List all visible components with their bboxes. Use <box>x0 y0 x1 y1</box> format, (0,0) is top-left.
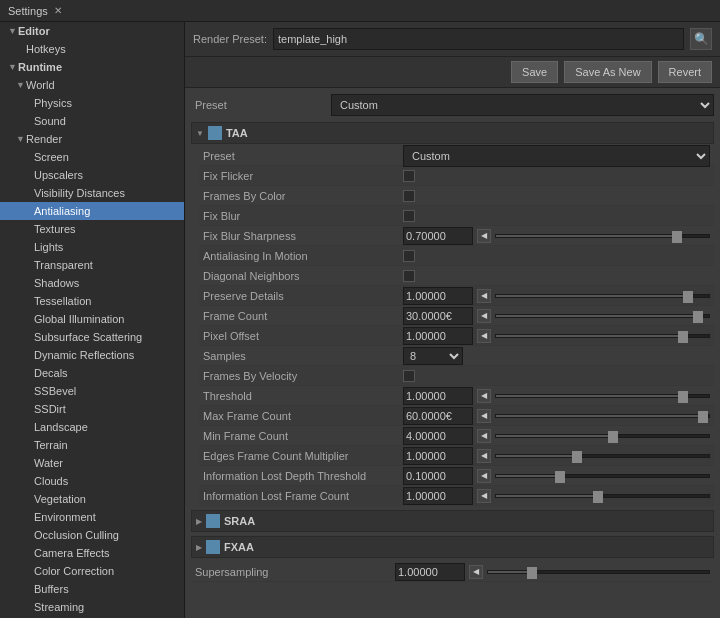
taa-setting-row-16: Information Lost Depth Threshold◀ <box>199 466 714 486</box>
taa-num-input-4[interactable] <box>403 227 473 245</box>
sidebar-item-upscalers[interactable]: Upscalers <box>0 166 184 184</box>
sidebar-item-render[interactable]: ▼Render <box>0 130 184 148</box>
sidebar-item-terrain[interactable]: Terrain <box>0 436 184 454</box>
search-button[interactable]: 🔍 <box>690 28 712 50</box>
sidebar-item-environment[interactable]: Environment <box>0 508 184 526</box>
taa-slider-7[interactable] <box>495 289 710 303</box>
taa-num-input-9[interactable] <box>403 327 473 345</box>
sidebar-item-transparent[interactable]: Transparent <box>0 256 184 274</box>
taa-arrow-btn-9[interactable]: ◀ <box>477 329 491 343</box>
taa-num-input-16[interactable] <box>403 467 473 485</box>
sraa-header[interactable]: ▶ SRAA <box>191 510 714 532</box>
sidebar-item-screen[interactable]: Screen <box>0 148 184 166</box>
taa-setting-name-7: Preserve Details <box>203 290 403 302</box>
sidebar-item-sound[interactable]: Sound <box>0 112 184 130</box>
save-button[interactable]: Save <box>511 61 558 83</box>
sidebar-label-water: Water <box>34 457 63 469</box>
sidebar-label-streaming: Streaming <box>34 601 84 613</box>
taa-dropdown-0[interactable]: Custom <box>403 145 710 167</box>
taa-setting-row-17: Information Lost Frame Count◀ <box>199 486 714 506</box>
taa-slider-17[interactable] <box>495 489 710 503</box>
taa-slider-13[interactable] <box>495 409 710 423</box>
sidebar-arrow-editor: ▼ <box>8 26 18 36</box>
taa-arrow-btn-7[interactable]: ◀ <box>477 289 491 303</box>
taa-num-input-17[interactable] <box>403 487 473 505</box>
sidebar-label-visibility-distances: Visibility Distances <box>34 187 125 199</box>
taa-setting-name-0: Preset <box>203 150 403 162</box>
sidebar-item-ssbevel[interactable]: SSBevel <box>0 382 184 400</box>
taa-setting-name-10: Samples <box>203 350 403 362</box>
sidebar-item-hotkeys[interactable]: Hotkeys <box>0 40 184 58</box>
sidebar-item-editor[interactable]: ▼Editor <box>0 22 184 40</box>
taa-arrow-btn-12[interactable]: ◀ <box>477 389 491 403</box>
taa-arrow-btn-17[interactable]: ◀ <box>477 489 491 503</box>
taa-arrow-btn-13[interactable]: ◀ <box>477 409 491 423</box>
taa-checkbox-11[interactable] <box>403 370 415 382</box>
taa-slider-15[interactable] <box>495 449 710 463</box>
sidebar-item-decals[interactable]: Decals <box>0 364 184 382</box>
sidebar-label-transparent: Transparent <box>34 259 93 271</box>
sidebar-item-tessellation[interactable]: Tessellation <box>0 292 184 310</box>
taa-num-input-14[interactable] <box>403 427 473 445</box>
sidebar-item-clouds[interactable]: Clouds <box>0 472 184 490</box>
taa-num-input-12[interactable] <box>403 387 473 405</box>
taa-slider-9[interactable] <box>495 329 710 343</box>
sidebar-item-buffers[interactable]: Buffers <box>0 580 184 598</box>
taa-slider-8[interactable] <box>495 309 710 323</box>
taa-num-input-15[interactable] <box>403 447 473 465</box>
title-bar-close[interactable]: ✕ <box>54 5 62 16</box>
taa-arrow-btn-14[interactable]: ◀ <box>477 429 491 443</box>
taa-num-input-13[interactable] <box>403 407 473 425</box>
sidebar-item-streaming[interactable]: Streaming <box>0 598 184 616</box>
sidebar-item-landscape[interactable]: Landscape <box>0 418 184 436</box>
sidebar-item-camera-effects[interactable]: Camera Effects <box>0 544 184 562</box>
sidebar-item-global-illumination[interactable]: Global Illumination <box>0 310 184 328</box>
taa-slider-12[interactable] <box>495 389 710 403</box>
save-as-new-button[interactable]: Save As New <box>564 61 651 83</box>
supersampling-arrow-btn[interactable]: ◀ <box>469 565 483 579</box>
supersampling-input[interactable] <box>395 563 465 581</box>
fxaa-arrow: ▶ <box>196 543 202 552</box>
taa-checkbox-2[interactable] <box>403 190 415 202</box>
taa-slider-4[interactable] <box>495 229 710 243</box>
render-preset-input[interactable] <box>273 28 684 50</box>
taa-checkbox-5[interactable] <box>403 250 415 262</box>
sidebar-item-shadows[interactable]: Shadows <box>0 274 184 292</box>
sidebar-item-visibility-distances[interactable]: Visibility Distances <box>0 184 184 202</box>
sidebar-label-environment: Environment <box>34 511 96 523</box>
sidebar-item-ssdirt[interactable]: SSDirt <box>0 400 184 418</box>
taa-arrow-btn-8[interactable]: ◀ <box>477 309 491 323</box>
sidebar-item-physics[interactable]: Physics <box>0 94 184 112</box>
taa-setting-value-10: 8 <box>403 347 710 365</box>
sidebar-item-antialiasing[interactable]: Antialiasing <box>0 202 184 220</box>
taa-slider-14[interactable] <box>495 429 710 443</box>
sidebar-item-occlusion-culling[interactable]: Occlusion Culling <box>0 526 184 544</box>
sidebar-item-world[interactable]: ▼World <box>0 76 184 94</box>
sidebar-item-color-correction[interactable]: Color Correction <box>0 562 184 580</box>
preset-row-select[interactable]: Custom <box>331 94 714 116</box>
taa-dropdown-num-10[interactable]: 8 <box>403 347 463 365</box>
taa-checkbox-1[interactable] <box>403 170 415 182</box>
taa-arrow-btn-15[interactable]: ◀ <box>477 449 491 463</box>
sidebar-item-dynamic-reflections[interactable]: Dynamic Reflections <box>0 346 184 364</box>
taa-checkbox-6[interactable] <box>403 270 415 282</box>
sidebar-label-terrain: Terrain <box>34 439 68 451</box>
sidebar-item-subsurface-scattering[interactable]: Subsurface Scattering <box>0 328 184 346</box>
sidebar-item-lights[interactable]: Lights <box>0 238 184 256</box>
revert-button[interactable]: Revert <box>658 61 712 83</box>
sidebar-item-water[interactable]: Water <box>0 454 184 472</box>
taa-arrow-btn-16[interactable]: ◀ <box>477 469 491 483</box>
taa-checkbox-3[interactable] <box>403 210 415 222</box>
taa-num-input-7[interactable] <box>403 287 473 305</box>
sidebar-item-textures[interactable]: Textures <box>0 220 184 238</box>
taa-slider-16[interactable] <box>495 469 710 483</box>
fxaa-header[interactable]: ▶ FXAA <box>191 536 714 558</box>
taa-setting-name-11: Frames By Velocity <box>203 370 403 382</box>
sidebar-item-vegetation[interactable]: Vegetation <box>0 490 184 508</box>
sidebar-item-runtime[interactable]: ▼Runtime <box>0 58 184 76</box>
taa-num-input-8[interactable] <box>403 307 473 325</box>
sidebar-label-global-illumination: Global Illumination <box>34 313 125 325</box>
taa-arrow-btn-4[interactable]: ◀ <box>477 229 491 243</box>
supersampling-slider[interactable] <box>487 565 710 579</box>
taa-header[interactable]: ▼ TAA <box>191 122 714 144</box>
